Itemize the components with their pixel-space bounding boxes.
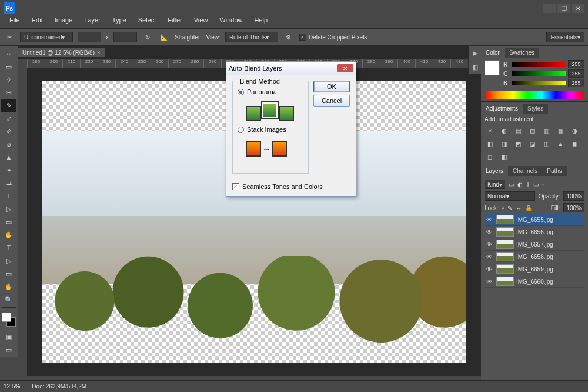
crop-tool-icon[interactable]: ✂ bbox=[4, 31, 15, 43]
crop-clear-button[interactable]: ↻ bbox=[142, 31, 153, 43]
adj-gradientmap-icon[interactable]: ◻ bbox=[485, 152, 495, 161]
tool-quick-select[interactable]: ✂ bbox=[1, 86, 16, 99]
layer-name[interactable]: IMG_6658.jpg bbox=[516, 254, 553, 260]
straighten-label[interactable]: Straighten bbox=[175, 34, 202, 41]
color-spectrum[interactable] bbox=[485, 91, 584, 99]
visibility-icon[interactable]: 👁 bbox=[485, 266, 494, 273]
lock-transparent-icon[interactable]: ▫ bbox=[502, 205, 505, 211]
workspace-switcher[interactable]: Essentials ▾ bbox=[546, 32, 584, 42]
tool-marquee[interactable]: ▭ bbox=[1, 60, 16, 73]
minimize-button[interactable]: — bbox=[543, 4, 556, 13]
adj-channelmixer-icon[interactable]: ◩ bbox=[513, 139, 523, 148]
lock-image-icon[interactable]: ✎ bbox=[507, 205, 512, 211]
visibility-icon[interactable]: 👁 bbox=[485, 254, 494, 260]
layer-row[interactable]: 👁IMG_6660.jpg bbox=[485, 275, 584, 288]
layer-row[interactable]: 👁IMG_6656.jpg bbox=[485, 226, 584, 238]
tool-eyedropper[interactable]: ⤢ bbox=[1, 112, 16, 125]
layer-thumbnail[interactable] bbox=[496, 240, 514, 249]
seamless-checkbox[interactable]: ✓ Seamless Tones and Colors bbox=[226, 180, 356, 196]
tool-pen[interactable]: ✋ bbox=[1, 228, 16, 241]
tab-layers[interactable]: Layers bbox=[481, 166, 508, 176]
history-panel-icon[interactable]: ▶ bbox=[469, 46, 481, 60]
lock-all-icon[interactable]: 🔒 bbox=[525, 205, 532, 211]
r-slider[interactable] bbox=[512, 62, 566, 67]
tool-clone[interactable]: ▲ bbox=[1, 151, 16, 164]
blend-mode-select[interactable]: Normal ▾ bbox=[485, 191, 535, 201]
tab-color[interactable]: Color bbox=[481, 48, 505, 58]
fg-bg-color[interactable] bbox=[2, 313, 16, 327]
layer-filter-select[interactable]: Kind ▾ bbox=[485, 180, 505, 189]
layer-row[interactable]: 👁IMG_6658.jpg bbox=[485, 251, 584, 263]
tool-gradient[interactable]: T bbox=[1, 190, 16, 202]
layer-thumbnail[interactable] bbox=[496, 227, 514, 237]
screen-mode-toggle[interactable]: ▭ bbox=[1, 343, 16, 356]
tool-zoom[interactable]: 🔍 bbox=[1, 293, 16, 306]
tab-styles[interactable]: Styles bbox=[523, 104, 548, 114]
tool-history-brush[interactable]: ✦ bbox=[1, 164, 16, 177]
adj-photofilter-icon[interactable]: ◨ bbox=[499, 139, 509, 148]
filter-shape-icon[interactable]: ▭ bbox=[533, 181, 539, 188]
menu-type[interactable]: Type bbox=[106, 16, 132, 28]
visibility-icon[interactable]: 👁 bbox=[485, 229, 494, 235]
r-value[interactable]: 255 bbox=[568, 60, 584, 68]
layer-name[interactable]: IMG_6656.jpg bbox=[516, 229, 553, 235]
layer-row[interactable]: 👁IMG_6655.jpg bbox=[485, 214, 584, 226]
tab-close-icon[interactable]: × bbox=[97, 49, 100, 55]
tool-dodge[interactable]: ▭ bbox=[1, 215, 16, 228]
tab-swatches[interactable]: Swatches bbox=[505, 48, 539, 58]
filter-pixel-icon[interactable]: ▭ bbox=[509, 181, 514, 188]
layer-name[interactable]: IMG_6660.jpg bbox=[516, 278, 553, 285]
close-button[interactable]: ✕ bbox=[572, 4, 584, 13]
layer-name[interactable]: IMG_6659.jpg bbox=[516, 266, 553, 273]
dialog-title-bar[interactable]: Auto-Blend Layers ✕ bbox=[226, 62, 356, 75]
layer-thumbnail[interactable] bbox=[496, 215, 514, 224]
tool-lasso[interactable]: ◊ bbox=[1, 73, 16, 86]
color-swatch[interactable] bbox=[485, 60, 500, 75]
adj-exposure-icon[interactable]: ▨ bbox=[527, 126, 537, 135]
adj-bw-icon[interactable]: ◧ bbox=[485, 139, 495, 148]
tool-blur[interactable]: ▷ bbox=[1, 202, 16, 215]
tool-hand[interactable]: ✋ bbox=[1, 280, 16, 293]
layer-thumbnail[interactable] bbox=[496, 264, 514, 274]
layer-thumbnail[interactable] bbox=[496, 252, 514, 261]
adj-invert-icon[interactable]: ◫ bbox=[541, 139, 552, 148]
visibility-icon[interactable]: 👁 bbox=[485, 217, 494, 223]
g-slider[interactable] bbox=[512, 71, 566, 76]
tool-crop[interactable]: ✎ bbox=[1, 99, 16, 112]
dialog-close-button[interactable]: ✕ bbox=[337, 64, 353, 72]
tab-adjustments[interactable]: Adjustments bbox=[481, 104, 523, 114]
ruler-vertical[interactable] bbox=[18, 68, 27, 376]
crop-height-field[interactable] bbox=[113, 32, 137, 42]
filter-smart-icon[interactable]: ▫ bbox=[542, 181, 544, 188]
tool-eraser[interactable]: ⇄ bbox=[1, 177, 16, 190]
tool-path-select[interactable]: ▷ bbox=[1, 254, 16, 267]
opacity-field[interactable]: 100% bbox=[563, 191, 584, 201]
menu-window[interactable]: Window bbox=[213, 16, 248, 28]
document-tab[interactable]: Untitled1 @ 12,5% (RGB/8) × bbox=[18, 48, 105, 57]
layer-name[interactable]: IMG_6655.jpg bbox=[516, 217, 553, 223]
adj-vibrance-icon[interactable]: ▥ bbox=[541, 126, 552, 135]
fill-field[interactable]: 100% bbox=[563, 203, 584, 212]
crop-ratio-select[interactable]: Unconstrained ▾ bbox=[20, 32, 73, 42]
panorama-radio[interactable]: Panorama bbox=[238, 88, 303, 95]
delete-cropped-checkbox[interactable]: ✓ Delete Cropped Pixels bbox=[299, 34, 368, 41]
quick-mask-toggle[interactable]: ▣ bbox=[1, 330, 16, 343]
ok-button[interactable]: OK bbox=[313, 81, 350, 92]
adj-levels-icon[interactable]: ◐ bbox=[499, 126, 509, 135]
filter-type-icon[interactable]: T bbox=[526, 181, 530, 188]
maximize-button[interactable]: ❐ bbox=[557, 4, 570, 13]
adj-hue-icon[interactable]: ▦ bbox=[555, 126, 566, 135]
menu-filter[interactable]: Filter bbox=[162, 16, 188, 28]
tab-channels[interactable]: Channels bbox=[508, 166, 542, 176]
menu-view[interactable]: View bbox=[188, 16, 214, 28]
stack-radio[interactable]: Stack Images bbox=[238, 126, 303, 133]
layer-name[interactable]: IMG_6657.jpg bbox=[516, 241, 553, 248]
adj-colorlookup-icon[interactable]: ◪ bbox=[527, 139, 537, 148]
layer-row[interactable]: 👁IMG_6659.jpg bbox=[485, 263, 584, 275]
adj-threshold-icon[interactable]: ◼ bbox=[569, 139, 580, 148]
lock-position-icon[interactable]: ↔ bbox=[516, 205, 522, 211]
zoom-level[interactable]: 12,5% bbox=[4, 383, 20, 390]
adj-brightness-icon[interactable]: ☀ bbox=[485, 126, 495, 135]
adj-curves-icon[interactable]: ▤ bbox=[513, 126, 523, 135]
menu-image[interactable]: Image bbox=[49, 16, 79, 28]
